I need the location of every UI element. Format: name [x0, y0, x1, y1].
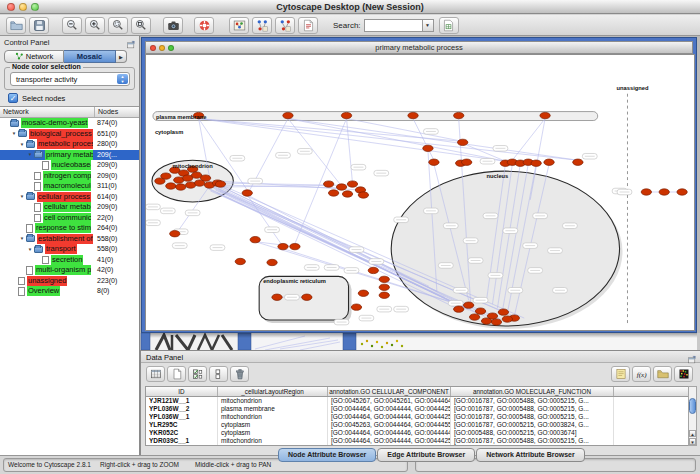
column-header[interactable]: annotation.GO CELLULAR_COMPONENT: [328, 387, 451, 396]
search-dropdown-button[interactable]: ▼: [422, 19, 434, 32]
import-table-button[interactable]: [439, 17, 459, 34]
table-row[interactable]: YDR039C__1mitochondrion[GO:0044464, GO:0…: [146, 437, 689, 445]
tree-row[interactable]: Overview8(0): [0, 286, 139, 297]
vizmapper-button[interactable]: [298, 17, 318, 34]
select-nodes-checkbox[interactable]: ✓: [8, 93, 18, 103]
zoom-selected-button[interactable]: [108, 17, 128, 34]
tree-row[interactable]: multi-organism pro42(0): [0, 265, 139, 276]
network-image-button[interactable]: [229, 17, 249, 34]
open-session-button[interactable]: [6, 17, 26, 34]
network-node[interactable]: [544, 159, 554, 165]
tab-scroll-right-icon[interactable]: ▶: [116, 50, 127, 63]
tree-row[interactable]: nucleobase-209(0): [0, 160, 139, 171]
network-node[interactable]: [176, 184, 186, 190]
unselect-attributes-button[interactable]: [209, 366, 228, 382]
network-node[interactable]: [250, 236, 260, 242]
formula-builder-button[interactable]: f(x): [632, 366, 651, 382]
network-node[interactable]: [454, 112, 464, 118]
table-row[interactable]: YLR295Ccytoplasm[GO:0045263, GO:0044464,…: [146, 421, 689, 429]
tree-row[interactable]: ▼transport558(0): [0, 244, 139, 255]
network-node[interactable]: [358, 192, 368, 198]
network-node[interactable]: [458, 139, 468, 145]
network-node[interactable]: [463, 302, 473, 308]
network-node[interactable]: [454, 306, 464, 312]
network-window[interactable]: primary metabolic process plasma membran…: [141, 37, 697, 333]
delete-attribute-button[interactable]: [230, 366, 249, 382]
zoom-out-button[interactable]: [62, 17, 82, 34]
network-node[interactable]: [351, 304, 361, 310]
expander-icon[interactable]: ▼: [26, 152, 34, 157]
layout-2-button[interactable]: [275, 17, 295, 34]
network-node[interactable]: [408, 112, 418, 118]
net-minimize-button[interactable]: [159, 45, 165, 51]
network-node[interactable]: [336, 184, 346, 190]
heatmap-button[interactable]: [674, 366, 693, 382]
annotation-pad-button[interactable]: [611, 366, 630, 382]
network-node[interactable]: [235, 258, 245, 264]
column-header[interactable]: _cellularLayoutRegion: [218, 387, 328, 396]
network-node[interactable]: [659, 189, 669, 195]
network-node[interactable]: [242, 190, 252, 196]
table-scrollbar[interactable]: ▲ ▼: [688, 386, 697, 446]
minimize-button[interactable]: [19, 3, 27, 11]
expander-icon[interactable]: ▼: [18, 194, 26, 199]
tree-row[interactable]: ▼biological_process651(0): [0, 129, 139, 140]
help-button[interactable]: [194, 17, 214, 34]
layout-1-button[interactable]: [252, 17, 272, 34]
search-input[interactable]: [364, 19, 422, 32]
expander-icon[interactable]: ▼: [18, 142, 26, 147]
scroll-up-icon[interactable]: ▲: [689, 430, 696, 437]
network-node[interactable]: [531, 160, 541, 166]
show-table-button[interactable]: [146, 366, 165, 382]
expander-icon[interactable]: ▼: [10, 131, 18, 136]
network-node[interactable]: [491, 319, 501, 325]
table-row[interactable]: YPL036W__1mitochondrion[GO:0044464, GO:0…: [146, 413, 689, 421]
table-row[interactable]: YKR052Ccytoplasm[GO:0044464, GO:0044446,…: [146, 429, 689, 437]
node-color-dropdown[interactable]: transporter activity ▲▼: [10, 72, 130, 86]
net-close-button[interactable]: [150, 45, 156, 51]
zoom-fit-button[interactable]: [131, 17, 151, 34]
network-node[interactable]: [379, 284, 389, 290]
float-panel-icon[interactable]: [125, 37, 136, 47]
network-node[interactable]: [540, 112, 550, 118]
close-button[interactable]: [7, 3, 15, 11]
tree-row[interactable]: response to stimulu264(0): [0, 223, 139, 234]
network-node[interactable]: [379, 292, 389, 298]
network-node[interactable]: [166, 183, 176, 189]
select-attributes-button[interactable]: [188, 366, 207, 382]
tree-row[interactable]: macromolecule311(0): [0, 181, 139, 192]
network-node[interactable]: [475, 308, 485, 314]
tree-row[interactable]: ▼primary metabo209(...: [0, 150, 139, 161]
table-row[interactable]: YJR121W__1mitochondrion[GO:0045267, GO:0…: [146, 397, 689, 405]
network-node[interactable]: [502, 316, 512, 322]
scroll-down-icon[interactable]: ▼: [689, 438, 696, 445]
tree-row[interactable]: ▼establishment of lo558(0): [0, 234, 139, 245]
network-node[interactable]: [368, 267, 378, 273]
maximize-button[interactable]: [31, 3, 39, 11]
column-header[interactable]: annotation.GO MOLECULAR_FUNCTION: [451, 387, 614, 396]
network-node[interactable]: [302, 294, 312, 300]
snapshot-button[interactable]: [163, 17, 183, 34]
network-node[interactable]: [347, 181, 357, 187]
network-node[interactable]: [481, 318, 491, 324]
network-node[interactable]: [290, 243, 300, 249]
tree-row[interactable]: ▼cellular process614(0): [0, 192, 139, 203]
scrollbar-thumb[interactable]: [689, 398, 696, 414]
network-node[interactable]: [423, 145, 433, 151]
network-canvas[interactable]: plasma membranecytoplasmmitochondrionnuc…: [145, 54, 695, 331]
table-row[interactable]: YPL036W__2plasma membrane[GO:0044464, GO…: [146, 405, 689, 413]
tab-edge-attribute-browser[interactable]: Edge Attribute Browser: [377, 448, 475, 462]
network-node[interactable]: [379, 276, 389, 282]
tree-row[interactable]: cellular metabo209(0): [0, 202, 139, 213]
network-node[interactable]: [429, 159, 439, 165]
tree-row[interactable]: nitrogen compo209(0): [0, 171, 139, 182]
network-node[interactable]: [358, 290, 368, 296]
open-attributes-button[interactable]: [653, 366, 672, 382]
tab-node-attribute-browser[interactable]: Node Attribute Browser: [278, 448, 376, 462]
network-node[interactable]: [194, 180, 204, 186]
network-node[interactable]: [469, 314, 479, 320]
network-node[interactable]: [641, 189, 651, 195]
network-node[interactable]: [170, 231, 180, 237]
network-node[interactable]: [461, 159, 471, 165]
network-node[interactable]: [498, 309, 508, 315]
